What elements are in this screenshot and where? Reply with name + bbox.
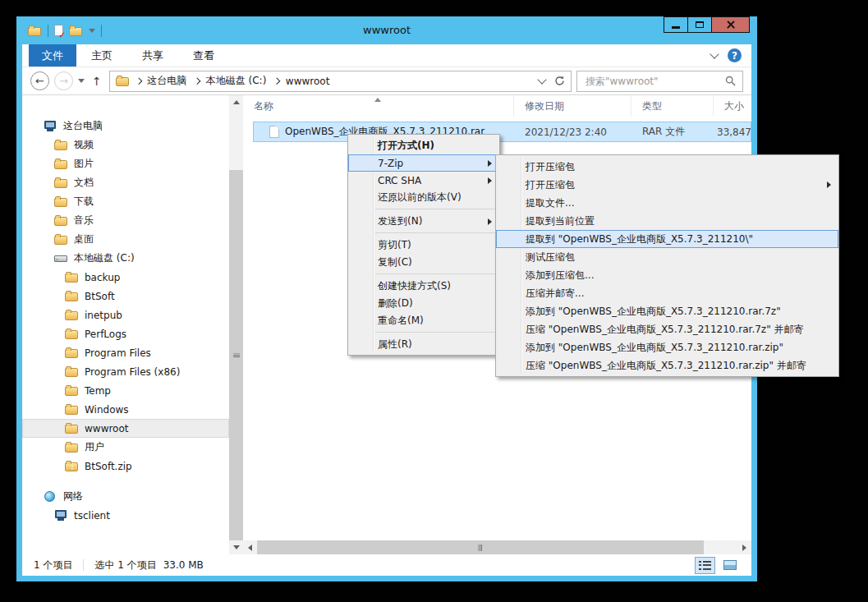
- file-row[interactable]: OpenWBS_企业电商版_X5.7.3_211210.rar 2021/12/…: [253, 122, 751, 142]
- tree-item-icon: [65, 422, 79, 434]
- minimize-ribbon-chevron-icon[interactable]: [710, 49, 719, 58]
- history-dropdown-icon[interactable]: [78, 79, 85, 83]
- context-menu-item[interactable]: 发送到(N): [348, 213, 499, 230]
- context-menu-item[interactable]: 还原以前的版本(V): [348, 189, 499, 206]
- tree-item-icon: [65, 403, 79, 416]
- selected-count: 选中 1 个项目: [94, 558, 156, 572]
- column-header[interactable]: 修改日期: [514, 95, 631, 117]
- address-dropdown-icon[interactable]: [537, 75, 546, 84]
- scroll-left-arrow-icon[interactable]: [243, 540, 257, 554]
- forward-button[interactable]: [54, 71, 73, 90]
- sidebar-item[interactable]: BtSoft: [22, 287, 229, 306]
- submenu-item[interactable]: 提取文件...: [496, 194, 838, 212]
- sidebar-item[interactable]: Temp: [22, 381, 229, 400]
- sidebar-item[interactable]: 本地磁盘 (C:): [22, 249, 229, 268]
- sidebar-item[interactable]: 图片: [22, 154, 229, 173]
- refresh-icon[interactable]: [554, 76, 565, 86]
- scroll-right-arrow-icon[interactable]: [737, 540, 751, 554]
- close-button[interactable]: [711, 16, 750, 33]
- sidebar-item[interactable]: 桌面: [22, 230, 229, 249]
- breadcrumb-item[interactable]: 本地磁盘 (C:): [193, 72, 268, 90]
- context-menu-item[interactable]: 7-Zip: [348, 154, 499, 172]
- tree-item-icon: [65, 365, 79, 378]
- context-menu-item[interactable]: 重命名(M): [348, 312, 499, 329]
- tree-item-icon: [54, 233, 68, 246]
- sidebar-item-label: 用户: [85, 440, 104, 454]
- minimize-button[interactable]: [664, 16, 688, 33]
- submenu-item[interactable]: 压缩 "OpenWBS_企业电商版_X5.7.3_211210.rar.7z" …: [496, 320, 838, 338]
- column-header[interactable]: 大小: [714, 95, 751, 117]
- scroll-up-arrow-icon[interactable]: [229, 95, 243, 109]
- scroll-down-arrow-icon[interactable]: [229, 540, 243, 554]
- sidebar-item[interactable]: backup: [22, 268, 229, 287]
- submenu-item[interactable]: 添加到 "OpenWBS_企业电商版_X5.7.3_211210.rar.7z": [496, 302, 838, 320]
- ribbon-tab[interactable]: 查看: [178, 44, 229, 67]
- context-menu: 打开方式(H)7-ZipCRC SHA还原以前的版本(V)发送到(N)剪切(T)…: [347, 134, 500, 356]
- context-menu-item[interactable]: 复制(C): [348, 254, 499, 271]
- breadcrumb-item[interactable]: 这台电脑: [135, 72, 189, 90]
- breadcrumb[interactable]: 这台电脑本地磁盘 (C:)wwwroot: [109, 71, 572, 92]
- submenu-item[interactable]: 添加到压缩包...: [496, 266, 838, 284]
- back-button[interactable]: [30, 71, 49, 90]
- vertical-scrollbar-thumb[interactable]: [229, 170, 243, 540]
- context-menu-item[interactable]: 删除(D): [348, 295, 499, 312]
- context-menu-item[interactable]: 打开方式(H): [348, 137, 499, 154]
- details-view-button[interactable]: [695, 557, 715, 574]
- sidebar-item[interactable]: tsclient: [22, 506, 229, 525]
- sidebar-item[interactable]: PerfLogs: [22, 324, 229, 343]
- file-date: 2021/12/23 2:40: [514, 126, 631, 138]
- sidebar-item[interactable]: 视频: [22, 136, 229, 154]
- up-button[interactable]: [92, 75, 102, 88]
- submenu-item[interactable]: 打开压缩包: [496, 176, 838, 194]
- maximize-button[interactable]: [687, 16, 712, 33]
- horizontal-scrollbar-thumb[interactable]: [257, 540, 704, 554]
- menu-separator: [348, 271, 499, 278]
- context-menu-item[interactable]: CRC SHA: [348, 172, 499, 189]
- sidebar-item[interactable]: wwwroot: [22, 419, 229, 438]
- sidebar-item-label: 视频: [74, 138, 94, 152]
- titlebar[interactable]: wwwroot: [16, 16, 757, 44]
- sidebar-item[interactable]: 文档: [22, 173, 229, 192]
- column-header[interactable]: 类型: [631, 95, 714, 117]
- context-menu-item[interactable]: 创建快捷方式(S): [348, 278, 499, 295]
- submenu-item-label: 添加到 "OpenWBS_企业电商版_X5.7.3_211210.rar.7z": [526, 305, 781, 319]
- sidebar-item[interactable]: Windows: [22, 400, 229, 419]
- thumbnail-view-button[interactable]: [719, 557, 740, 574]
- horizontal-scrollbar[interactable]: [257, 540, 737, 554]
- submenu-item[interactable]: 压缩并邮寄...: [496, 284, 838, 302]
- menu-separator: [348, 230, 499, 237]
- submenu-item-label: 测试压缩包: [526, 250, 575, 264]
- maximize-icon: [696, 21, 704, 28]
- sidebar-item[interactable]: 音乐: [22, 211, 229, 230]
- sidebar-item[interactable]: 这台电脑: [22, 117, 229, 136]
- tree-item-icon: [54, 214, 68, 227]
- help-icon[interactable]: [728, 48, 742, 62]
- submenu-item[interactable]: 测试压缩包: [496, 248, 838, 266]
- sidebar-item[interactable]: 用户: [22, 438, 229, 457]
- submenu-item[interactable]: 提取到 "OpenWBS_企业电商版_X5.7.3_211210\": [496, 230, 838, 248]
- ribbon-tab[interactable]: 主页: [76, 44, 127, 67]
- sidebar-item-label: BtSoft: [85, 291, 115, 302]
- sidebar-item[interactable]: BtSoft.zip: [22, 457, 229, 476]
- search-input[interactable]: [584, 75, 725, 88]
- sidebar-item[interactable]: 网络: [22, 487, 229, 506]
- search-icon[interactable]: [725, 76, 736, 86]
- sidebar-item[interactable]: 下载: [22, 192, 229, 211]
- sidebar-vertical-scrollbar[interactable]: [229, 95, 243, 540]
- tree-item-icon: [65, 290, 79, 302]
- submenu-item[interactable]: 压缩 "OpenWBS_企业电商版_X5.7.3_211210.rar.zip"…: [496, 356, 838, 375]
- breadcrumb-item-label: 这台电脑: [147, 74, 186, 88]
- context-menu-item[interactable]: 剪切(T): [348, 237, 499, 254]
- context-menu-item[interactable]: 属性(R): [348, 336, 499, 353]
- ribbon-tab[interactable]: 共享: [127, 44, 178, 67]
- tab-file[interactable]: 文件: [29, 44, 76, 67]
- sidebar-item-label: backup: [85, 272, 120, 283]
- submenu-item[interactable]: 提取到当前位置: [496, 212, 838, 230]
- 7zip-submenu: 打开压缩包打开压缩包提取文件...提取到当前位置提取到 "OpenWBS_企业电…: [495, 154, 839, 377]
- sidebar-item[interactable]: Program Files: [22, 343, 229, 362]
- sidebar-item[interactable]: inetpub: [22, 306, 229, 324]
- submenu-item[interactable]: 添加到 "OpenWBS_企业电商版_X5.7.3_211210.rar.zip…: [496, 338, 838, 356]
- submenu-item[interactable]: 打开压缩包: [496, 158, 838, 176]
- sidebar-item[interactable]: Program Files (x86): [22, 362, 229, 381]
- breadcrumb-item[interactable]: wwwroot: [273, 74, 331, 89]
